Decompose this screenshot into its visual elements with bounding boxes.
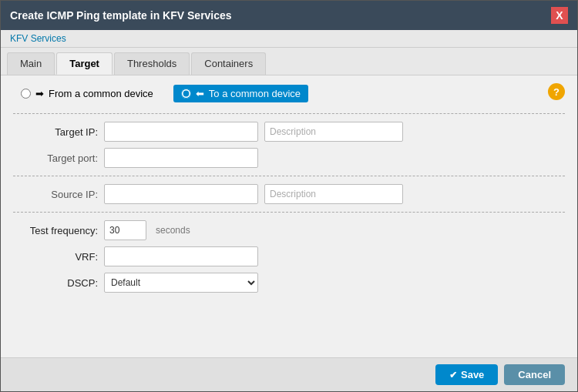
divider-3 [13, 212, 565, 213]
dscp-row: DSCP: Default AF11 AF12 AF21 AF22 EF [13, 273, 565, 293]
cancel-button[interactable]: Cancel [504, 364, 565, 385]
test-frequency-unit: seconds [156, 225, 190, 236]
radio-to-common-label: To a common device [209, 88, 301, 99]
vrf-input[interactable] [104, 246, 258, 266]
dialog-footer: ✔ Save Cancel [1, 357, 577, 391]
target-port-label: Target port: [13, 152, 98, 164]
target-ip-input[interactable] [104, 122, 258, 142]
check-icon: ✔ [449, 370, 457, 380]
tab-containers[interactable]: Containers [191, 52, 266, 75]
cancel-label: Cancel [518, 369, 551, 380]
dialog: Create ICMP Ping template in KFV Service… [0, 0, 578, 392]
divider-1 [13, 113, 565, 114]
source-ip-label: Source IP: [13, 189, 98, 200]
from-common-icon: ➡ [35, 88, 44, 99]
radio-from-common-input[interactable] [21, 89, 31, 99]
close-button[interactable]: X [551, 7, 568, 24]
radio-group: ➡ From a common device ⬅ To a common dev… [13, 85, 565, 102]
radio-to-common-input[interactable] [181, 89, 191, 99]
tabs-bar: Main Target Thresholds Containers [1, 48, 577, 75]
target-ip-row: Target IP: [13, 122, 565, 142]
target-ip-label: Target IP: [13, 126, 98, 138]
help-icon[interactable]: ? [548, 83, 565, 100]
test-frequency-label: Test frequency: [13, 225, 98, 236]
source-ip-input[interactable] [104, 184, 258, 204]
tab-target[interactable]: Target [56, 52, 113, 75]
test-frequency-input[interactable] [104, 220, 146, 240]
dialog-title: Create ICMP Ping template in KFV Service… [10, 9, 232, 22]
breadcrumb: KFV Services [1, 30, 577, 48]
tab-thresholds[interactable]: Thresholds [114, 52, 190, 75]
target-ip-description[interactable] [264, 122, 403, 142]
dscp-select[interactable]: Default AF11 AF12 AF21 AF22 EF [104, 273, 258, 293]
save-button[interactable]: ✔ Save [435, 364, 498, 385]
dscp-label: DSCP: [13, 277, 98, 289]
source-ip-row: Source IP: [13, 184, 565, 204]
vrf-row: VRF: [13, 246, 565, 266]
target-port-input[interactable] [104, 148, 258, 168]
divider-2 [13, 176, 565, 176]
target-port-row: Target port: [13, 148, 565, 168]
dialog-body: ? ➡ From a common device ⬅ To a common d… [1, 75, 577, 357]
to-common-icon: ⬅ [196, 88, 204, 99]
radio-from-common-label: From a common device [49, 88, 153, 99]
radio-from-common[interactable]: ➡ From a common device [13, 85, 161, 102]
vrf-label: VRF: [13, 251, 98, 263]
save-label: Save [461, 369, 484, 380]
source-ip-description[interactable] [264, 184, 403, 204]
tab-main[interactable]: Main [7, 52, 55, 75]
dialog-titlebar: Create ICMP Ping template in KFV Service… [1, 1, 577, 30]
test-frequency-row: Test frequency: seconds [13, 220, 565, 240]
radio-to-common[interactable]: ⬅ To a common device [173, 85, 308, 102]
